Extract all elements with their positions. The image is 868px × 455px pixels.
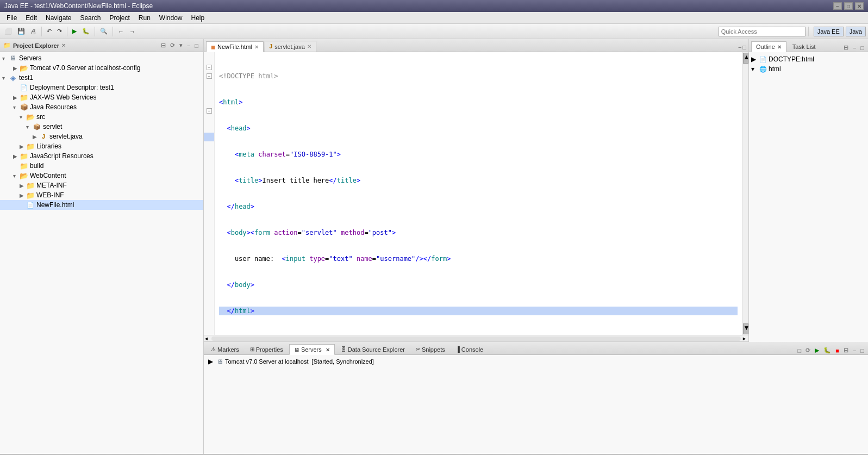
tree-newfile-html[interactable]: 📄 NewFile.html — [0, 200, 203, 210]
maximize-button[interactable]: □ — [844, 2, 853, 10]
hscroll-right[interactable]: ► — [742, 336, 748, 341]
code-editor[interactable]: <!DOCTYPE html> <html> <head> <meta char… — [215, 52, 742, 335]
tree-web-inf[interactable]: ▶ 📁 WEB-INF — [0, 190, 203, 200]
toolbar-save-btn[interactable]: 💾 — [15, 26, 27, 38]
tab-properties[interactable]: ⊞ Properties — [245, 344, 288, 354]
servers-toggle[interactable]: ▾ — [2, 55, 9, 61]
server-tomcat-toggle[interactable]: ▶ — [208, 358, 215, 365]
perspective-java-btn[interactable]: Java — [846, 27, 866, 36]
menu-run[interactable]: Run — [134, 13, 155, 23]
explorer-minimize-btn[interactable]: − — [185, 41, 192, 49]
tab-newfile-html[interactable]: ◼ NewFile.html ✕ — [206, 41, 264, 52]
bottom-panel-btn1[interactable]: □ — [796, 347, 803, 354]
bottom-refresh-btn[interactable]: ⟳ — [804, 346, 812, 354]
tab-console[interactable]: ▐ Console — [451, 344, 488, 354]
bottom-minimize-btn[interactable]: − — [851, 347, 858, 354]
explorer-sync-btn[interactable]: ⟳ — [168, 41, 177, 49]
toolbar-back-btn[interactable]: ← — [116, 26, 126, 38]
web-inf-toggle[interactable]: ▶ — [20, 192, 26, 198]
server-tomcat-item[interactable]: ▶ 🖥 Tomcat v7.0 Server at localhost [Sta… — [204, 356, 868, 367]
toolbar-debug-btn[interactable]: 🐛 — [80, 26, 92, 38]
tree-libraries[interactable]: ▶ 📁 Libraries — [0, 141, 203, 151]
quick-access-input[interactable] — [719, 27, 805, 36]
toolbar-redo-btn[interactable]: ↷ — [55, 26, 64, 38]
fold-head[interactable]: − — [207, 73, 212, 79]
outline-maximize-btn[interactable]: □ — [859, 44, 866, 52]
explorer-menu-btn[interactable]: ▾ — [178, 41, 184, 49]
tab-servers-close[interactable]: ✕ — [326, 347, 330, 353]
toolbar-undo-btn[interactable]: ↶ — [45, 26, 54, 38]
tree-tomcat-config[interactable]: ▶ 📂 Tomcat v7.0 Server at localhost-conf… — [0, 63, 203, 73]
tree-js-resources[interactable]: ▶ 📁 JavaScript Resources — [0, 151, 203, 161]
fold-body[interactable]: − — [207, 108, 212, 114]
doctype-toggle[interactable]: ▶ — [751, 55, 758, 63]
tab-tasklist[interactable]: Task List — [788, 41, 821, 52]
tree-test1[interactable]: ▾ ◈ test1 — [0, 73, 203, 83]
menu-search[interactable]: Search — [76, 13, 105, 23]
menu-help[interactable]: Help — [187, 13, 209, 23]
java-resources-toggle[interactable]: ▾ — [13, 104, 20, 110]
webcontent-toggle[interactable]: ▾ — [13, 173, 20, 179]
vscroll-track[interactable] — [742, 64, 748, 323]
toolbar-forward-btn[interactable]: → — [127, 26, 138, 38]
explorer-maximize-btn[interactable]: □ — [193, 41, 200, 49]
jaxws-toggle[interactable]: ▶ — [13, 95, 20, 101]
toolbar-search-btn[interactable]: 🔍 — [98, 26, 110, 38]
bottom-panel-btn2[interactable]: ⊟ — [842, 346, 850, 354]
editor-vscrollbar[interactable]: ▲ ▼ — [742, 52, 748, 335]
editor-maximize-btn[interactable]: □ — [742, 44, 746, 51]
vscroll-down[interactable]: ▼ — [743, 323, 748, 334]
outline-doctype[interactable]: ▶ 📄 DOCTYPE:html — [749, 54, 868, 64]
tomcat-config-toggle[interactable]: ▶ — [13, 65, 20, 71]
outline-html[interactable]: ▾ 🌐 html — [749, 64, 868, 74]
outline-collapse-btn[interactable]: ⊟ — [842, 43, 850, 52]
test1-toggle[interactable]: ▾ — [2, 75, 9, 81]
tab-markers[interactable]: ⚠ Markers — [206, 344, 244, 354]
minimize-button[interactable]: − — [833, 2, 842, 10]
bottom-maximize-btn[interactable]: □ — [859, 347, 866, 354]
menu-file[interactable]: File — [2, 13, 21, 23]
tree-servlet-pkg[interactable]: ▾ 📦 servlet — [0, 122, 203, 132]
js-resources-toggle[interactable]: ▶ — [13, 153, 20, 159]
tree-meta-inf[interactable]: ▶ 📁 META-INF — [0, 180, 203, 190]
tree-java-resources[interactable]: ▾ 📦 Java Resources — [0, 102, 203, 112]
tab-outline-close[interactable]: ✕ — [777, 44, 782, 50]
libraries-toggle[interactable]: ▶ — [20, 144, 26, 149]
fold-3[interactable]: − — [204, 72, 214, 80]
tab-servers[interactable]: 🖥 Servers ✕ — [289, 344, 335, 355]
editor-minimize-btn[interactable]: − — [738, 44, 741, 51]
fold-2[interactable]: − — [204, 63, 214, 72]
bottom-run-btn[interactable]: ▶ — [813, 346, 821, 354]
tree-build[interactable]: 📁 build — [0, 161, 203, 171]
tree-webcontent[interactable]: ▾ 📂 WebContent — [0, 171, 203, 180]
vscroll-up[interactable]: ▲ — [743, 53, 748, 64]
tab-datasource[interactable]: 🗄 Data Source Explorer — [336, 344, 410, 354]
editor-hscrollbar[interactable]: ◄ ► — [204, 335, 748, 341]
menu-navigate[interactable]: Navigate — [41, 13, 76, 23]
tree-servers[interactable]: ▾ 🖥 Servers — [0, 53, 203, 63]
html-toggle[interactable]: ▾ — [751, 65, 758, 73]
tab-outline[interactable]: Outline ✕ — [751, 41, 786, 52]
close-button[interactable]: ✕ — [855, 2, 864, 10]
tab-servlet-java[interactable]: J servlet.java ✕ — [265, 41, 316, 52]
toolbar-new-btn[interactable]: ⬜ — [2, 26, 14, 38]
tree-jaxws[interactable]: ▶ 📁 JAX-WS Web Services — [0, 92, 203, 102]
tree-src[interactable]: ▾ 📂 src — [0, 112, 203, 122]
src-toggle[interactable]: ▾ — [20, 114, 26, 120]
perspective-javaee-btn[interactable]: Java EE — [814, 27, 844, 36]
tab-newfile-close[interactable]: ✕ — [254, 44, 259, 50]
bottom-debug-btn[interactable]: 🐛 — [822, 346, 833, 354]
outline-minimize-btn[interactable]: − — [851, 44, 858, 52]
tab-servlet-close[interactable]: ✕ — [307, 43, 311, 49]
meta-inf-toggle[interactable]: ▶ — [20, 183, 26, 189]
tree-deployment[interactable]: 📄 Deployment Descriptor: test1 — [0, 83, 203, 92]
hscroll-left[interactable]: ◄ — [204, 336, 210, 341]
fold-html[interactable]: − — [207, 65, 212, 70]
servlet-pkg-toggle[interactable]: ▾ — [26, 124, 33, 130]
menu-edit[interactable]: Edit — [21, 13, 41, 23]
bottom-stop-btn[interactable]: ■ — [834, 347, 841, 354]
toolbar-run-btn[interactable]: ▶ — [70, 26, 79, 38]
fold-7[interactable]: − — [204, 107, 214, 115]
tab-snippets[interactable]: ✂ Snippets — [411, 344, 450, 354]
hscroll-track[interactable] — [211, 336, 741, 341]
